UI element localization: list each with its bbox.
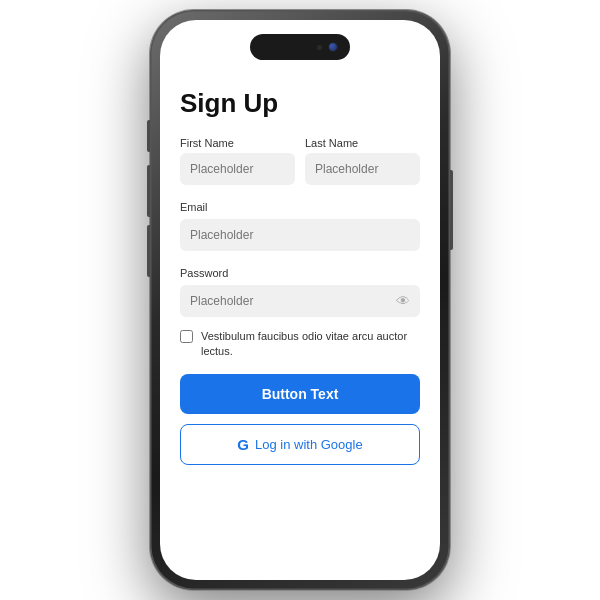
terms-checkbox[interactable] <box>180 330 193 343</box>
volume-down-button <box>147 225 150 277</box>
email-input[interactable] <box>180 219 420 251</box>
terms-label: Vestibulum faucibus odio vitae arcu auct… <box>201 329 420 360</box>
phone-screen: Sign Up First Name Last Name Email Pas <box>160 20 440 580</box>
terms-checkbox-row: Vestibulum faucibus odio vitae arcu auct… <box>180 329 420 360</box>
name-row: First Name Last Name <box>180 137 420 185</box>
email-group: Email <box>180 197 420 251</box>
screen-content: Sign Up First Name Last Name Email Pas <box>160 72 440 580</box>
submit-button[interactable]: Button Text <box>180 374 420 414</box>
first-name-group: First Name <box>180 137 295 185</box>
last-name-group: Last Name <box>305 137 420 185</box>
last-name-label: Last Name <box>305 137 420 149</box>
password-input-wrapper: 👁 <box>180 285 420 317</box>
last-name-input[interactable] <box>305 153 420 185</box>
camera-dot <box>328 42 338 52</box>
volume-up-button <box>147 165 150 217</box>
phone-mockup: Sign Up First Name Last Name Email Pas <box>150 10 450 590</box>
first-name-label: First Name <box>180 137 295 149</box>
dynamic-island <box>250 34 350 60</box>
google-login-button[interactable]: G Log in with Google <box>180 424 420 465</box>
power-button <box>450 170 453 250</box>
speaker-dot <box>317 45 322 50</box>
password-label: Password <box>180 267 228 279</box>
google-button-label: Log in with Google <box>255 437 363 452</box>
show-password-icon[interactable]: 👁 <box>396 293 410 309</box>
mute-button <box>147 120 150 152</box>
first-name-input[interactable] <box>180 153 295 185</box>
password-input[interactable] <box>180 285 420 317</box>
page-title: Sign Up <box>180 88 420 119</box>
google-g-icon: G <box>237 436 249 453</box>
email-label: Email <box>180 201 208 213</box>
password-group: Password 👁 <box>180 263 420 317</box>
